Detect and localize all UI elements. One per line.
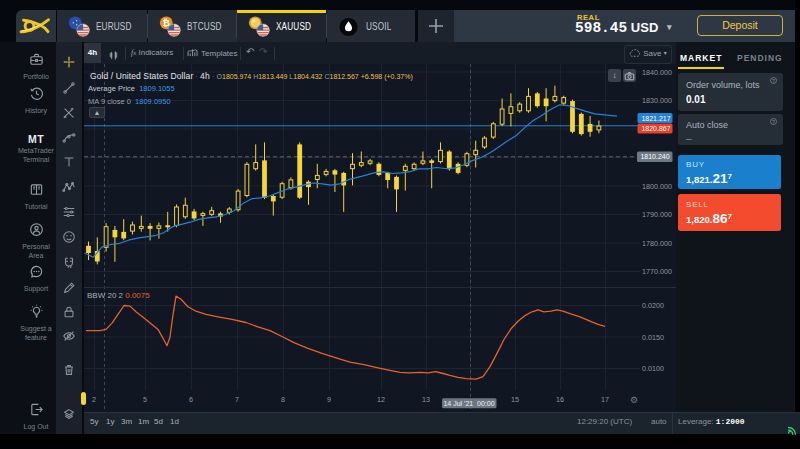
svg-text:1770.000: 1770.000	[642, 267, 672, 276]
svg-text:12: 12	[377, 395, 385, 404]
svg-text:17: 17	[601, 395, 609, 404]
svg-text:5: 5	[143, 395, 147, 404]
svg-text:0.0100: 0.0100	[642, 364, 664, 373]
svg-text:1840.000: 1840.000	[642, 68, 672, 77]
svg-text:8: 8	[281, 395, 285, 404]
svg-text:1780.000: 1780.000	[642, 239, 672, 248]
svg-text:15: 15	[511, 395, 519, 404]
svg-text:2: 2	[92, 395, 96, 404]
svg-text:16: 16	[556, 395, 564, 404]
svg-text:1821.217: 1821.217	[641, 115, 670, 122]
svg-text:1810.240: 1810.240	[640, 153, 669, 160]
svg-text:9: 9	[327, 395, 331, 404]
svg-text:0.0200: 0.0200	[642, 301, 664, 310]
svg-text:13: 13	[422, 395, 430, 404]
svg-text:1820.867: 1820.867	[641, 125, 670, 132]
svg-text:⚙: ⚙	[630, 395, 638, 405]
svg-text:1800.000: 1800.000	[642, 182, 672, 191]
svg-text:6: 6	[189, 395, 193, 404]
svg-text:14 Jul '21 00:00: 14 Jul '21 00:00	[443, 400, 494, 407]
svg-text:7: 7	[235, 395, 239, 404]
svg-text:1790.000: 1790.000	[642, 210, 672, 219]
svg-text:0.0150: 0.0150	[642, 333, 664, 342]
svg-text:1830.000: 1830.000	[642, 96, 672, 105]
